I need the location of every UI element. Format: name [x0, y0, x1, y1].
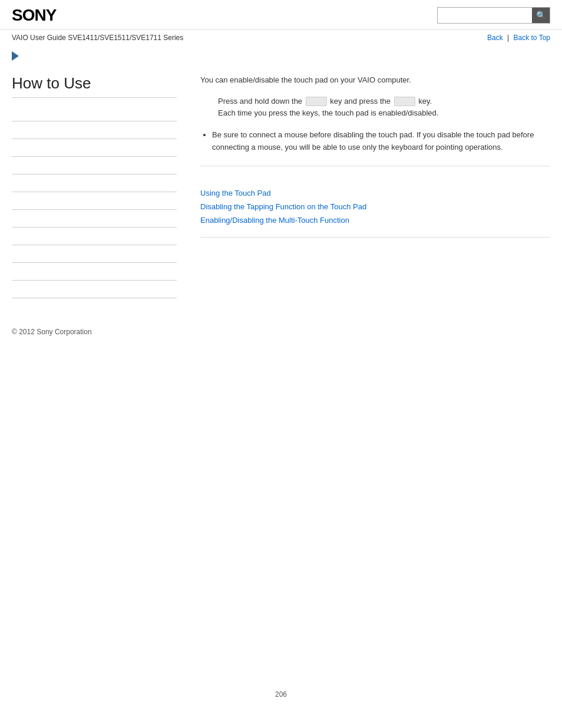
instruction-line-1: Press and hold down the key and press th… [218, 95, 550, 108]
search-box[interactable]: 🔍 [437, 7, 550, 24]
related-links: Using the Touch Pad Disabling the Tappin… [200, 178, 550, 238]
key-placeholder-2 [394, 97, 415, 106]
search-button[interactable]: 🔍 [532, 8, 550, 23]
search-input[interactable] [438, 8, 532, 23]
nav-separator: | [507, 34, 511, 42]
note-section: Be sure to connect a mouse before disabl… [200, 129, 550, 166]
nav-links: Back | Back to Top [487, 34, 550, 42]
bullet-list: Be sure to connect a mouse before disabl… [212, 129, 550, 154]
nav-bar: VAIO User Guide SVE1411/SVE1511/SVE1711 … [0, 30, 562, 45]
sidebar-item[interactable] [12, 121, 177, 139]
instruction-text-2: key and press the [330, 97, 391, 106]
sidebar-item[interactable] [12, 192, 177, 210]
sidebar-item[interactable] [12, 157, 177, 174]
note-item: Be sure to connect a mouse before disabl… [212, 129, 550, 154]
sidebar-item[interactable] [12, 245, 177, 263]
sidebar-item[interactable] [12, 210, 177, 228]
content-area: You can enable/disable the touch pad on … [189, 74, 550, 298]
sidebar-item[interactable] [12, 174, 177, 192]
main-content: How to Use You can enable/disable the to… [0, 62, 562, 310]
footer: © 2012 Sony Corporation [0, 310, 562, 348]
chevron-right-icon [12, 51, 19, 61]
instruction-text-1: Press and hold down the [218, 97, 302, 106]
sidebar-item[interactable] [12, 228, 177, 245]
guide-title: VAIO User Guide SVE1411/SVE1511/SVE1711 … [12, 34, 183, 42]
instruction-line-2: Each time you press the keys, the touch … [218, 107, 550, 120]
sidebar-item[interactable] [12, 139, 177, 157]
link-disabling-tapping[interactable]: Disabling the Tapping Function on the To… [200, 200, 550, 213]
page-number: 206 [0, 678, 562, 710]
link-enabling-multitouch[interactable]: Enabling/Disabling the Multi-Touch Funct… [200, 213, 550, 227]
content-intro: You can enable/disable the touch pad on … [200, 74, 550, 86]
link-using-touch-pad[interactable]: Using the Touch Pad [200, 186, 550, 200]
back-link[interactable]: Back [487, 34, 503, 42]
sidebar: How to Use [12, 74, 189, 298]
sony-logo: SONY [12, 6, 56, 25]
sidebar-item[interactable] [12, 281, 177, 298]
sidebar-item[interactable] [12, 104, 177, 121]
copyright-text: © 2012 Sony Corporation [12, 328, 92, 336]
back-to-top-link[interactable]: Back to Top [514, 34, 550, 42]
instructions-block: Press and hold down the key and press th… [218, 95, 550, 120]
header: SONY 🔍 [0, 0, 562, 30]
breadcrumb-arrow [0, 45, 562, 62]
sidebar-title: How to Use [12, 74, 177, 98]
sidebar-item[interactable] [12, 263, 177, 281]
instruction-text-3: key. [418, 97, 432, 106]
key-placeholder-1 [306, 97, 327, 106]
